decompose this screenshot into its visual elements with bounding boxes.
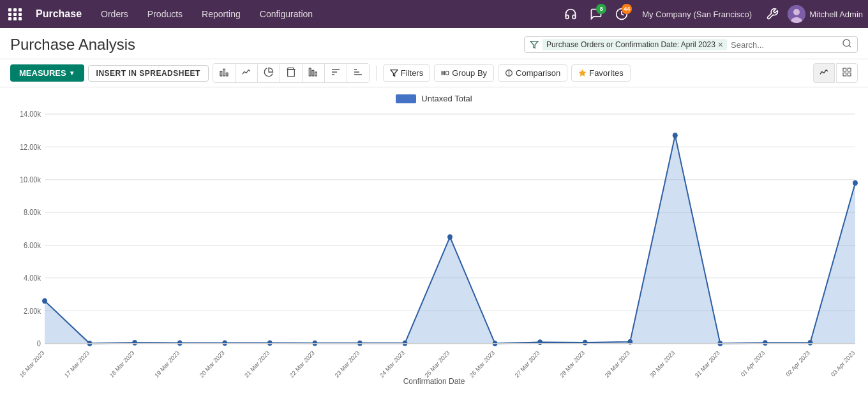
svg-text:23 Mar 2023: 23 Mar 2023	[333, 349, 361, 379]
group-by-button[interactable]: Group By	[434, 64, 494, 82]
legend-label: Untaxed Total	[421, 94, 472, 103]
company-name[interactable]: My Company (San Francisco)	[637, 10, 757, 19]
svg-point-61	[583, 340, 588, 346]
navbar-item-reporting[interactable]: Reporting	[193, 5, 250, 23]
svg-text:16 Mar 2023: 16 Mar 2023	[18, 349, 45, 379]
navbar-item-orders[interactable]: Orders	[92, 5, 137, 23]
bar-chart-button[interactable]	[213, 64, 236, 82]
svg-text:25 Mar 2023: 25 Mar 2023	[423, 349, 451, 379]
svg-text:28 Mar 2023: 28 Mar 2023	[558, 349, 586, 379]
svg-text:8.00k: 8.00k	[24, 209, 41, 217]
svg-marker-21	[391, 70, 398, 77]
navbar-menu: Orders Products Reporting Configuration	[92, 5, 558, 23]
svg-text:02 Apr 2023: 02 Apr 2023	[784, 349, 811, 378]
apps-menu-button[interactable]	[5, 4, 26, 24]
user-name: Mitchell Admin	[809, 10, 863, 19]
svg-text:6.00k: 6.00k	[24, 241, 41, 249]
activities-button[interactable]: 44	[611, 4, 632, 24]
brand-name[interactable]: Purchase	[28, 8, 89, 20]
filter-remove-button[interactable]: ×	[718, 40, 723, 49]
avatar	[788, 5, 805, 23]
page-title: Purchase Analysis	[10, 36, 135, 54]
svg-rect-31	[848, 73, 851, 76]
svg-text:26 Mar 2023: 26 Mar 2023	[468, 349, 496, 379]
svg-point-65	[763, 340, 768, 346]
svg-text:01 Apr 2023: 01 Apr 2023	[740, 349, 767, 378]
svg-point-58	[447, 234, 453, 240]
svg-text:0: 0	[37, 340, 41, 348]
svg-rect-23	[442, 73, 444, 75]
navbar-item-products[interactable]: Products	[138, 5, 191, 23]
headset-icon	[564, 8, 577, 20]
toolbar: MEASURES ▼ INSERT IN SPREADSHEET	[0, 59, 868, 87]
measures-label: MEASURES	[19, 68, 66, 78]
svg-text:21 Mar 2023: 21 Mar 2023	[243, 349, 271, 379]
star-icon	[578, 69, 587, 77]
search-icon	[842, 38, 852, 48]
page-header: Purchase Analysis Purchase Orders or Con…	[0, 28, 868, 59]
svg-text:29 Mar 2023: 29 Mar 2023	[603, 349, 631, 379]
svg-rect-12	[309, 68, 311, 76]
navbar: Purchase Orders Products Reporting Confi…	[0, 0, 868, 28]
comparison-button[interactable]: Comparison	[498, 64, 567, 82]
group-by-label: Group By	[452, 68, 487, 78]
chart-svg: 02.00k4.00k6.00k8.00k10.00k12.00k14.00k1…	[6, 107, 862, 385]
svg-point-66	[807, 340, 812, 346]
svg-rect-9	[226, 73, 228, 76]
svg-point-49	[42, 298, 47, 304]
svg-text:18 Mar 2023: 18 Mar 2023	[108, 349, 135, 379]
column-chart-button[interactable]	[303, 64, 325, 82]
stacked-chart-button[interactable]	[280, 64, 303, 82]
svg-point-51	[132, 340, 137, 346]
messages-button[interactable]: 8	[586, 4, 606, 24]
grid-view-icon	[842, 67, 852, 77]
svg-marker-4	[530, 41, 538, 48]
svg-text:30 Mar 2023: 30 Mar 2023	[648, 349, 676, 379]
svg-text:19 Mar 2023: 19 Mar 2023	[153, 349, 181, 379]
desc-sort-button[interactable]	[325, 64, 347, 82]
filter-tag-label: Purchase Orders or Confirmation Date: Ap…	[546, 40, 715, 49]
column-chart-icon	[308, 67, 318, 77]
favorites-label: Favorites	[589, 68, 623, 78]
svg-point-67	[853, 180, 858, 186]
chart-view-button[interactable]	[813, 63, 835, 83]
svg-text:Confirmation Date: Confirmation Date	[403, 376, 465, 385]
insert-spreadsheet-button[interactable]: INSERT IN SPREADSHEET	[88, 65, 209, 82]
svg-point-2	[793, 9, 800, 15]
line-chart-button[interactable]	[236, 64, 258, 82]
svg-text:12.00k: 12.00k	[20, 143, 41, 151]
comparison-icon	[505, 69, 513, 77]
line-chart-icon	[241, 67, 251, 77]
svg-text:14.00k: 14.00k	[20, 110, 41, 119]
search-bar: Purchase Orders or Confirmation Date: Ap…	[524, 36, 858, 53]
search-input[interactable]	[731, 40, 838, 50]
apps-grid-icon	[8, 8, 22, 20]
pie-chart-button[interactable]	[258, 64, 280, 82]
search-button[interactable]	[842, 38, 852, 51]
wrench-icon	[766, 8, 779, 20]
chart-view-icon	[819, 67, 829, 77]
svg-rect-30	[843, 73, 846, 76]
measures-button[interactable]: MEASURES ▼	[10, 64, 84, 82]
svg-rect-8	[223, 69, 225, 76]
filters-button[interactable]: Filters	[383, 64, 430, 82]
chart-svg-wrapper: 02.00k4.00k6.00k8.00k10.00k12.00k14.00k1…	[6, 107, 862, 385]
settings-button[interactable]	[762, 4, 782, 24]
svg-rect-7	[220, 71, 222, 76]
navbar-item-configuration[interactable]: Configuration	[251, 5, 322, 23]
filter-icon	[390, 69, 398, 77]
group-by-icon	[441, 69, 449, 77]
svg-text:27 Mar 2023: 27 Mar 2023	[513, 349, 541, 379]
favorites-button[interactable]: Favorites	[571, 64, 630, 82]
pie-chart-icon	[264, 67, 274, 77]
svg-rect-13	[312, 70, 314, 76]
headset-icon-button[interactable]	[560, 4, 581, 24]
svg-text:31 Mar 2023: 31 Mar 2023	[694, 349, 721, 379]
filter-tag: Purchase Orders or Confirmation Date: Ap…	[542, 39, 727, 50]
asc-sort-button[interactable]	[347, 64, 369, 82]
svg-rect-29	[848, 68, 851, 71]
grid-view-button[interactable]	[836, 63, 858, 83]
stack-icon	[286, 67, 296, 77]
user-menu[interactable]: Mitchell Admin	[788, 5, 863, 23]
svg-point-63	[673, 133, 678, 138]
